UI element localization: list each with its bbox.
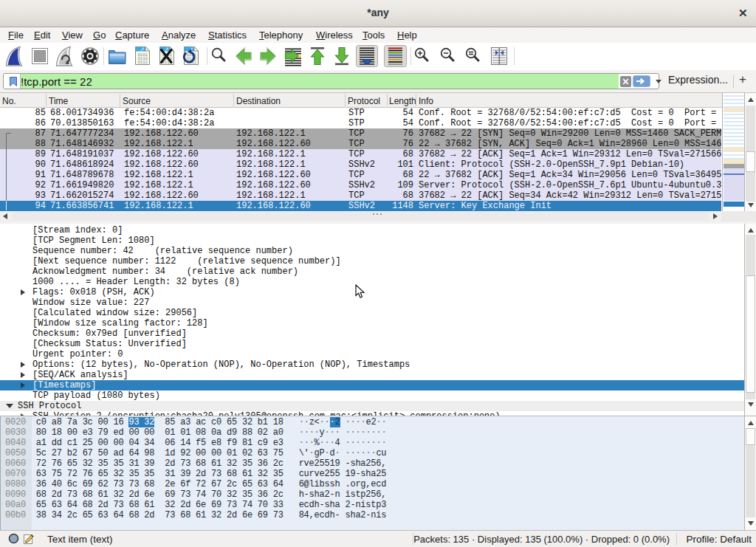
svg-text:0111: 0111	[138, 60, 148, 65]
